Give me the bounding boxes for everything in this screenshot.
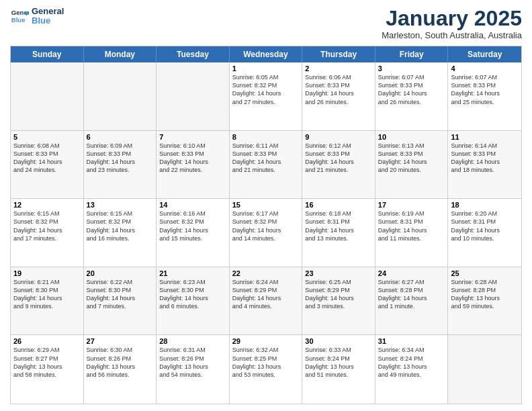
cell-info: Sunrise: 6:29 AMSunset: 8:27 PMDaylight:… — [13, 346, 81, 379]
page: General Blue General Blue January 2025 M… — [0, 0, 532, 411]
cell-info: Sunrise: 6:24 AMSunset: 8:29 PMDaylight:… — [232, 278, 300, 311]
cell-info: Sunrise: 6:23 AMSunset: 8:30 PMDaylight:… — [159, 278, 226, 311]
cell-info: Sunrise: 6:10 AMSunset: 8:33 PMDaylight:… — [159, 142, 226, 175]
calendar-row: 26Sunrise: 6:29 AMSunset: 8:27 PMDayligh… — [11, 335, 521, 404]
calendar-row: 5Sunrise: 6:08 AMSunset: 8:33 PMDaylight… — [11, 131, 521, 199]
day-number: 29 — [232, 337, 300, 345]
day-number: 8 — [232, 133, 300, 141]
day-number: 13 — [87, 201, 154, 209]
day-number: 22 — [232, 269, 300, 277]
table-row: 17Sunrise: 6:19 AMSunset: 8:31 PMDayligh… — [375, 199, 449, 267]
cell-info: Sunrise: 6:21 AMSunset: 8:30 PMDaylight:… — [13, 278, 81, 311]
logo-general: General — [32, 7, 64, 16]
cell-info: Sunrise: 6:07 AMSunset: 8:33 PMDaylight:… — [451, 73, 519, 106]
cell-info: Sunrise: 6:27 AMSunset: 8:28 PMDaylight:… — [378, 278, 445, 311]
day-number: 18 — [451, 201, 519, 209]
table-row: 14Sunrise: 6:16 AMSunset: 8:32 PMDayligh… — [157, 199, 230, 267]
table-row — [84, 62, 157, 130]
location: Marleston, South Australia, Australia — [382, 30, 522, 40]
cell-info: Sunrise: 6:33 AMSunset: 8:24 PMDaylight:… — [305, 346, 372, 379]
day-number: 5 — [13, 133, 81, 141]
table-row — [448, 335, 521, 404]
calendar: SundayMondayTuesdayWednesdayThursdayFrid… — [10, 46, 522, 404]
table-row: 6Sunrise: 6:09 AMSunset: 8:33 PMDaylight… — [84, 131, 157, 199]
calendar-body: 1Sunrise: 6:05 AMSunset: 8:32 PMDaylight… — [11, 62, 521, 404]
day-header-friday: Friday — [375, 46, 449, 62]
table-row: 2Sunrise: 6:06 AMSunset: 8:33 PMDaylight… — [302, 62, 375, 130]
calendar-header: SundayMondayTuesdayWednesdayThursdayFrid… — [11, 46, 521, 62]
day-number: 7 — [159, 133, 226, 141]
cell-info: Sunrise: 6:06 AMSunset: 8:33 PMDaylight:… — [305, 73, 372, 106]
table-row: 10Sunrise: 6:13 AMSunset: 8:33 PMDayligh… — [375, 131, 449, 199]
table-row: 24Sunrise: 6:27 AMSunset: 8:28 PMDayligh… — [375, 267, 449, 335]
table-row: 25Sunrise: 6:28 AMSunset: 8:28 PMDayligh… — [448, 267, 521, 335]
cell-info: Sunrise: 6:28 AMSunset: 8:28 PMDaylight:… — [451, 278, 519, 311]
day-number: 10 — [378, 133, 445, 141]
day-number: 28 — [159, 337, 226, 345]
day-number: 11 — [451, 133, 519, 141]
table-row: 22Sunrise: 6:24 AMSunset: 8:29 PMDayligh… — [230, 267, 303, 335]
table-row — [11, 62, 84, 130]
svg-text:Blue: Blue — [11, 16, 26, 24]
table-row: 20Sunrise: 6:22 AMSunset: 8:30 PMDayligh… — [84, 267, 157, 335]
table-row: 5Sunrise: 6:08 AMSunset: 8:33 PMDaylight… — [11, 131, 84, 199]
table-row: 26Sunrise: 6:29 AMSunset: 8:27 PMDayligh… — [11, 335, 84, 404]
day-header-tuesday: Tuesday — [157, 46, 230, 62]
cell-info: Sunrise: 6:22 AMSunset: 8:30 PMDaylight:… — [87, 278, 154, 311]
table-row — [157, 62, 230, 130]
cell-info: Sunrise: 6:12 AMSunset: 8:33 PMDaylight:… — [305, 142, 372, 175]
table-row: 21Sunrise: 6:23 AMSunset: 8:30 PMDayligh… — [157, 267, 230, 335]
day-header-saturday: Saturday — [448, 46, 521, 62]
day-number: 21 — [159, 269, 226, 277]
cell-info: Sunrise: 6:19 AMSunset: 8:31 PMDaylight:… — [378, 210, 445, 242]
table-row: 9Sunrise: 6:12 AMSunset: 8:33 PMDaylight… — [302, 131, 375, 199]
day-number: 9 — [305, 133, 372, 141]
day-number: 14 — [159, 201, 226, 209]
cell-info: Sunrise: 6:13 AMSunset: 8:33 PMDaylight:… — [378, 142, 445, 175]
logo-blue: Blue — [32, 16, 64, 26]
cell-info: Sunrise: 6:25 AMSunset: 8:29 PMDaylight:… — [305, 278, 372, 311]
logo-icon: General Blue — [10, 7, 29, 26]
day-header-thursday: Thursday — [302, 46, 375, 62]
day-number: 2 — [305, 64, 372, 73]
day-number: 27 — [87, 337, 154, 345]
table-row: 4Sunrise: 6:07 AMSunset: 8:33 PMDaylight… — [448, 62, 521, 130]
calendar-row: 19Sunrise: 6:21 AMSunset: 8:30 PMDayligh… — [11, 267, 521, 336]
calendar-row: 1Sunrise: 6:05 AMSunset: 8:32 PMDaylight… — [11, 62, 521, 131]
day-number: 23 — [305, 269, 372, 277]
cell-info: Sunrise: 6:15 AMSunset: 8:32 PMDaylight:… — [13, 210, 81, 242]
table-row: 29Sunrise: 6:32 AMSunset: 8:25 PMDayligh… — [230, 335, 303, 404]
table-row: 13Sunrise: 6:15 AMSunset: 8:32 PMDayligh… — [84, 199, 157, 267]
cell-info: Sunrise: 6:16 AMSunset: 8:32 PMDaylight:… — [159, 210, 226, 242]
day-number: 15 — [232, 201, 300, 209]
cell-info: Sunrise: 6:15 AMSunset: 8:32 PMDaylight:… — [87, 210, 154, 242]
day-number: 3 — [378, 64, 445, 73]
cell-info: Sunrise: 6:07 AMSunset: 8:33 PMDaylight:… — [378, 73, 445, 106]
table-row: 11Sunrise: 6:14 AMSunset: 8:33 PMDayligh… — [448, 131, 521, 199]
day-number: 4 — [451, 64, 519, 73]
day-header-wednesday: Wednesday — [230, 46, 303, 62]
table-row: 7Sunrise: 6:10 AMSunset: 8:33 PMDaylight… — [157, 131, 230, 199]
table-row: 31Sunrise: 6:34 AMSunset: 8:24 PMDayligh… — [375, 335, 449, 404]
day-number: 26 — [13, 337, 81, 345]
table-row: 23Sunrise: 6:25 AMSunset: 8:29 PMDayligh… — [302, 267, 375, 335]
cell-info: Sunrise: 6:31 AMSunset: 8:26 PMDaylight:… — [159, 346, 226, 379]
title-block: January 2025 Marleston, South Australia,… — [382, 7, 522, 40]
table-row: 30Sunrise: 6:33 AMSunset: 8:24 PMDayligh… — [302, 335, 375, 404]
calendar-row: 12Sunrise: 6:15 AMSunset: 8:32 PMDayligh… — [11, 199, 521, 267]
cell-info: Sunrise: 6:09 AMSunset: 8:33 PMDaylight:… — [87, 142, 154, 175]
table-row: 19Sunrise: 6:21 AMSunset: 8:30 PMDayligh… — [11, 267, 84, 335]
day-header-sunday: Sunday — [11, 46, 84, 62]
cell-info: Sunrise: 6:17 AMSunset: 8:32 PMDaylight:… — [232, 210, 300, 242]
day-number: 19 — [13, 269, 81, 277]
cell-info: Sunrise: 6:05 AMSunset: 8:32 PMDaylight:… — [232, 73, 300, 106]
month-title: January 2025 — [382, 7, 522, 30]
table-row: 18Sunrise: 6:20 AMSunset: 8:31 PMDayligh… — [448, 199, 521, 267]
day-number: 20 — [87, 269, 154, 277]
table-row: 1Sunrise: 6:05 AMSunset: 8:32 PMDaylight… — [230, 62, 303, 130]
day-number: 1 — [232, 64, 300, 73]
table-row: 3Sunrise: 6:07 AMSunset: 8:33 PMDaylight… — [375, 62, 449, 130]
table-row: 16Sunrise: 6:18 AMSunset: 8:31 PMDayligh… — [302, 199, 375, 267]
cell-info: Sunrise: 6:34 AMSunset: 8:24 PMDaylight:… — [378, 346, 445, 379]
cell-info: Sunrise: 6:20 AMSunset: 8:31 PMDaylight:… — [451, 210, 519, 242]
